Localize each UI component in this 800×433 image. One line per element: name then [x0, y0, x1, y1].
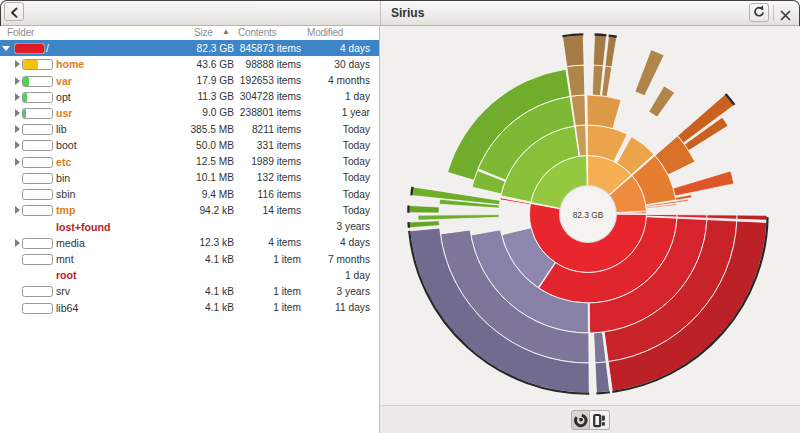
svg-text:82.3 GB: 82.3 GB [573, 210, 604, 220]
